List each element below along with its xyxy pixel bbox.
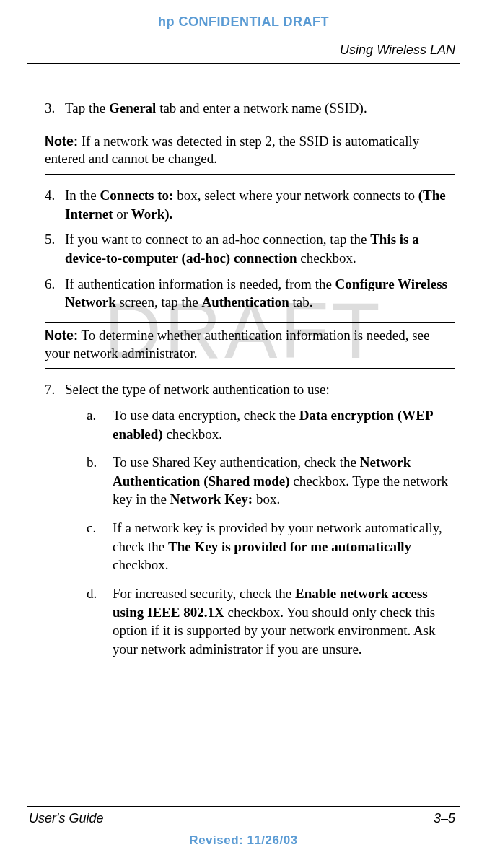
- text: tab and enter a network name (SSID).: [156, 100, 367, 115]
- text: box.: [253, 491, 280, 507]
- step-4: 4. In the Connects to: box, select where…: [45, 186, 455, 223]
- note-label: Note:: [45, 134, 78, 149]
- footer-rule: [27, 806, 460, 807]
- text: To use Shared Key authentication, check …: [113, 455, 360, 470]
- note-1: Note: If a network was detected in step …: [45, 133, 455, 168]
- text: checkbox.: [297, 250, 356, 266]
- text: checkbox.: [113, 557, 169, 572]
- bold-text: The Key is provided for me automatically: [168, 539, 411, 554]
- step-6: 6. If authentication information is need…: [45, 275, 455, 312]
- substep-c: c. If a network key is provided by your …: [87, 519, 455, 574]
- text: screen, tap the: [116, 294, 202, 310]
- note-rule: [45, 174, 455, 175]
- text: In the: [65, 188, 100, 203]
- bold-text: Network Key:: [170, 491, 253, 507]
- note-rule: [45, 322, 455, 323]
- step-number: 6.: [45, 275, 65, 312]
- step-number: 7.: [45, 380, 65, 668]
- text: tab.: [289, 294, 313, 310]
- note-rule: [45, 368, 455, 369]
- note-rule: [45, 128, 455, 128]
- footer: User's Guide 3–5 Revised: 11/26/03: [0, 806, 487, 848]
- substep-a: a. To use data encryption, check the Dat…: [87, 406, 455, 443]
- note-body: If a network was detected in step 2, the…: [45, 133, 419, 167]
- substep-body: If a network key is provided by your net…: [113, 519, 455, 574]
- bold-text: Connects to:: [100, 188, 174, 203]
- text: checkbox.: [163, 426, 222, 442]
- substep-body: To use data encryption, check the Data e…: [113, 406, 455, 443]
- step-7: 7. Select the type of network authentica…: [45, 380, 455, 668]
- step-body: If you want to connect to an ad-hoc conn…: [65, 230, 455, 267]
- substep-b: b. To use Shared Key authentication, che…: [87, 453, 455, 509]
- footer-page: 3–5: [434, 811, 455, 826]
- substep-letter: c.: [87, 519, 113, 574]
- note-label: Note:: [45, 328, 78, 343]
- substep-letter: d.: [87, 584, 113, 659]
- step-number: 5.: [45, 230, 65, 267]
- substep-letter: a.: [87, 406, 113, 443]
- step-body: Tap the General tab and enter a network …: [65, 99, 455, 118]
- header-confidential: hp CONFIDENTIAL DRAFT: [0, 0, 487, 30]
- step-body: In the Connects to: box, select where yo…: [65, 186, 455, 223]
- text: If you want to connect to an ad-hoc conn…: [65, 232, 370, 247]
- bold-text: Authentication: [201, 294, 289, 310]
- text: Select the type of network authenticatio…: [65, 382, 330, 397]
- substep-body: To use Shared Key authentication, check …: [113, 453, 455, 509]
- section-title: Using Wireless LAN: [0, 30, 487, 63]
- step-body: If authentication information is needed,…: [65, 275, 455, 312]
- note-body: To determine whether authentication info…: [45, 328, 429, 361]
- text: For increased security, check the: [113, 586, 295, 601]
- text: Tap the: [65, 100, 109, 115]
- text: box, select where your network connects …: [173, 188, 418, 203]
- step-body: Select the type of network authenticatio…: [65, 380, 455, 668]
- note-2: Note: To determine whether authenticatio…: [45, 327, 455, 362]
- substep-body: For increased security, check the Enable…: [113, 584, 455, 659]
- step-number: 4.: [45, 186, 65, 223]
- step-3: 3. Tap the General tab and enter a netwo…: [45, 99, 455, 118]
- step-5: 5. If you want to connect to an ad-hoc c…: [45, 230, 455, 267]
- substep-letter: b.: [87, 453, 113, 509]
- step-number: 3.: [45, 99, 65, 118]
- text: To use data encryption, check the: [113, 408, 299, 423]
- footer-left: User's Guide: [29, 811, 103, 826]
- text: or: [113, 206, 131, 222]
- bold-text: Work).: [131, 206, 173, 222]
- footer-revised: Revised: 11/26/03: [0, 833, 487, 848]
- substep-d: d. For increased security, check the Ena…: [87, 584, 455, 659]
- bold-text: General: [109, 100, 156, 115]
- text: If authentication information is needed,…: [65, 276, 335, 291]
